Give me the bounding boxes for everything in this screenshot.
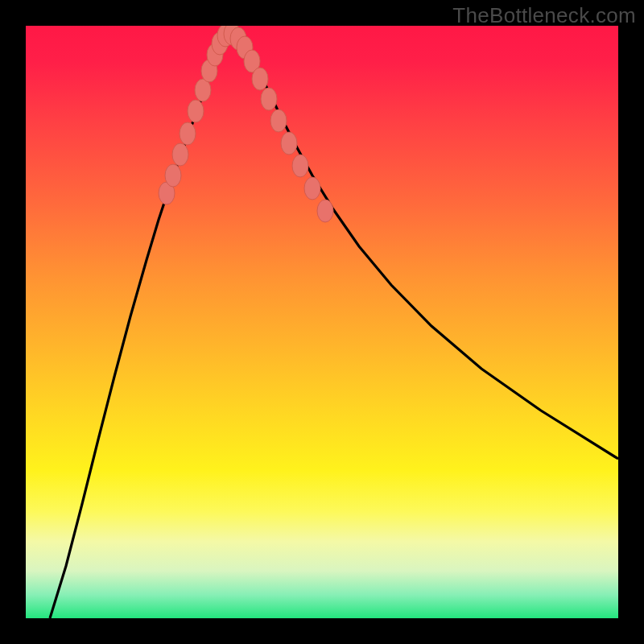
curve-markers — [159, 26, 333, 222]
curve-marker — [165, 164, 181, 187]
bottleneck-curve — [50, 34, 618, 618]
curve-marker — [304, 177, 320, 200]
curve-marker — [270, 109, 287, 132]
curve-marker — [172, 143, 188, 166]
curve-marker — [252, 68, 268, 90]
bottleneck-curve-svg — [26, 26, 618, 618]
curve-marker — [188, 100, 204, 122]
plot-area — [26, 26, 618, 618]
curve-marker — [261, 88, 277, 110]
watermark-text: TheBottleneck.com — [452, 3, 636, 28]
curve-marker — [317, 200, 333, 222]
curve-marker — [281, 132, 297, 155]
curve-marker — [292, 155, 308, 177]
curve-marker — [180, 122, 196, 145]
outer-frame: TheBottleneck.com — [0, 0, 644, 644]
